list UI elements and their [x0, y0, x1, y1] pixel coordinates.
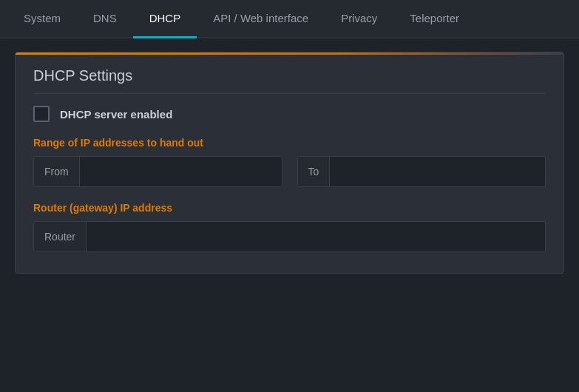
router-input[interactable] — [87, 222, 545, 251]
to-input[interactable] — [330, 157, 545, 186]
router-label: Router — [34, 222, 87, 251]
card-title: DHCP Settings — [33, 67, 546, 94]
from-label: From — [34, 157, 80, 186]
from-input[interactable] — [80, 157, 282, 186]
range-section-label: Range of IP addresses to hand out — [33, 137, 546, 149]
checkbox-row: DHCP server enabled — [33, 106, 546, 122]
tab-dns[interactable]: DNS — [77, 0, 133, 38]
router-field: Router — [33, 221, 546, 252]
to-field: To — [297, 156, 546, 187]
tab-system[interactable]: System — [7, 0, 77, 38]
tab-privacy[interactable]: Privacy — [325, 0, 393, 38]
nav-bar: System DNS DHCP API / Web interface Priv… — [0, 0, 579, 38]
to-label: To — [298, 157, 331, 186]
ip-range-row: From To — [33, 156, 546, 187]
tab-api[interactable]: API / Web interface — [197, 0, 325, 38]
from-field: From — [33, 156, 282, 187]
router-section-label: Router (gateway) IP address — [33, 202, 546, 214]
checkbox-label: DHCP server enabled — [60, 108, 172, 121]
dhcp-enabled-checkbox[interactable] — [33, 106, 50, 122]
tab-teleporter[interactable]: Teleporter — [393, 0, 475, 38]
tab-dhcp[interactable]: DHCP — [133, 0, 197, 38]
settings-card: DHCP Settings DHCP server enabled Range … — [15, 52, 564, 274]
